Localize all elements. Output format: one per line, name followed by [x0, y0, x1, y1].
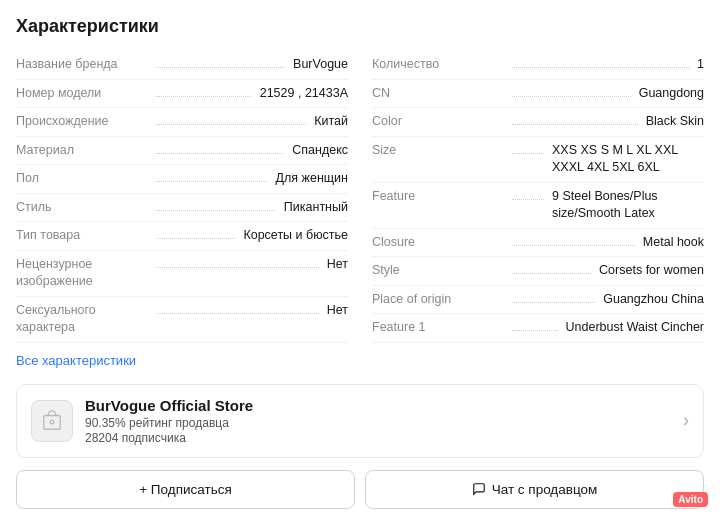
char-value-closure: Metal hook	[635, 234, 704, 252]
char-dots	[156, 96, 252, 97]
char-row-material: Материал Спандекс	[16, 137, 348, 166]
chat-icon	[472, 482, 486, 496]
svg-rect-0	[44, 415, 61, 429]
avito-logo: Avito	[673, 492, 708, 507]
avito-watermark: Avito	[673, 492, 708, 507]
chevron-right-icon: ›	[683, 410, 689, 431]
char-value-cn: Guangdong	[631, 85, 704, 103]
char-label-explicit: Нецензурное изображение	[16, 256, 156, 291]
characteristics-title: Характеристики	[16, 16, 704, 37]
char-label-gender: Пол	[16, 170, 156, 188]
store-subscribers: 28204 подписчика	[85, 431, 675, 445]
char-label-model: Номер модели	[16, 85, 156, 103]
store-rating: 90.35% рейтинг продавца	[85, 416, 675, 430]
char-row-size: Size XXS XS S M L XL XXL XXXL 4XL 5XL 6X…	[372, 137, 704, 183]
char-value-style: Пикантный	[276, 199, 348, 217]
action-buttons: + Подписаться Чат с продавцом	[16, 470, 704, 509]
char-value-brand: BurVogue	[285, 56, 348, 74]
char-dots	[156, 238, 235, 239]
char-value-product-type: Корсеты и бюстье	[235, 227, 348, 245]
char-value-adult: Нет	[319, 302, 348, 320]
char-row-brand: Название бренда BurVogue	[16, 51, 348, 80]
char-label-color: Color	[372, 113, 512, 131]
chat-button-label: Чат с продавцом	[492, 482, 598, 497]
char-value-explicit: Нет	[319, 256, 348, 274]
char-dots	[156, 313, 319, 314]
right-characteristics: Количество 1 CN Guangdong Color Black Sk…	[372, 51, 704, 343]
char-label-origin: Происхождение	[16, 113, 156, 131]
char-row-style: Стиль Пикантный	[16, 194, 348, 223]
char-dots	[512, 273, 591, 274]
char-dots	[512, 153, 544, 154]
char-dots	[512, 96, 631, 97]
char-value-size: XXS XS S M L XL XXL XXXL 4XL 5XL 6XL	[544, 142, 704, 177]
char-dots	[512, 199, 544, 200]
all-characteristics-link[interactable]: Все характеристики	[16, 353, 136, 368]
char-row-color: Color Black Skin	[372, 108, 704, 137]
char-dots	[156, 67, 285, 68]
char-dots	[512, 302, 595, 303]
char-label-feature1: Feature 1	[372, 319, 512, 337]
char-row-style-en: Style Corsets for women	[372, 257, 704, 286]
chat-button[interactable]: Чат с продавцом	[365, 470, 704, 509]
char-row-gender: Пол Для женщин	[16, 165, 348, 194]
char-row-adult: Сексуального характера Нет	[16, 297, 348, 343]
char-value-style-en: Corsets for women	[591, 262, 704, 280]
char-dots	[156, 267, 319, 268]
char-row-feature1: Feature 1 Underbust Waist Cincher	[372, 314, 704, 343]
char-label-closure: Closure	[372, 234, 512, 252]
char-row-feature: Feature 9 Steel Bones/Plus size/Smooth L…	[372, 183, 704, 229]
char-dots	[156, 124, 306, 125]
char-value-color: Black Skin	[638, 113, 704, 131]
char-value-feature: 9 Steel Bones/Plus size/Smooth Latex	[544, 188, 704, 223]
store-section[interactable]: BurVogue Official Store 90.35% рейтинг п…	[16, 384, 704, 458]
svg-point-1	[50, 420, 54, 424]
char-value-origin: Китай	[306, 113, 348, 131]
char-value-place-of-origin: Guangzhou China	[595, 291, 704, 309]
char-label-material: Материал	[16, 142, 156, 160]
char-row-origin: Происхождение Китай	[16, 108, 348, 137]
store-logo	[31, 400, 73, 442]
char-dots	[156, 153, 284, 154]
store-info: BurVogue Official Store 90.35% рейтинг п…	[85, 397, 675, 445]
characteristics-grid: Название бренда BurVogue Номер модели 21…	[16, 51, 704, 343]
char-label-feature: Feature	[372, 188, 512, 206]
char-row-cn: CN Guangdong	[372, 80, 704, 109]
char-row-closure: Closure Metal hook	[372, 229, 704, 258]
char-dots	[512, 245, 635, 246]
char-value-quantity: 1	[689, 56, 704, 74]
char-label-brand: Название бренда	[16, 56, 156, 74]
char-row-model: Номер модели 21529 , 21433A	[16, 80, 348, 109]
char-value-material: Спандекс	[284, 142, 348, 160]
char-row-place-of-origin: Place of origin Guangzhou China	[372, 286, 704, 315]
char-label-size: Size	[372, 142, 512, 160]
char-dots	[156, 181, 268, 182]
char-dots	[512, 124, 638, 125]
left-characteristics: Название бренда BurVogue Номер модели 21…	[16, 51, 348, 343]
char-label-place-of-origin: Place of origin	[372, 291, 512, 309]
char-label-adult: Сексуального характера	[16, 302, 156, 337]
char-label-cn: CN	[372, 85, 512, 103]
char-row-quantity: Количество 1	[372, 51, 704, 80]
char-dots	[512, 67, 689, 68]
subscribe-button[interactable]: + Подписаться	[16, 470, 355, 509]
char-label-product-type: Тип товара	[16, 227, 156, 245]
char-label-style-en: Style	[372, 262, 512, 280]
char-value-model: 21529 , 21433A	[252, 85, 348, 103]
char-dots	[512, 330, 558, 331]
char-value-gender: Для женщин	[268, 170, 348, 188]
char-label-quantity: Количество	[372, 56, 512, 74]
store-name: BurVogue Official Store	[85, 397, 675, 414]
char-dots	[156, 210, 276, 211]
char-label-style: Стиль	[16, 199, 156, 217]
char-row-product-type: Тип товара Корсеты и бюстье	[16, 222, 348, 251]
char-row-explicit: Нецензурное изображение Нет	[16, 251, 348, 297]
char-value-feature1: Underbust Waist Cincher	[558, 319, 704, 337]
